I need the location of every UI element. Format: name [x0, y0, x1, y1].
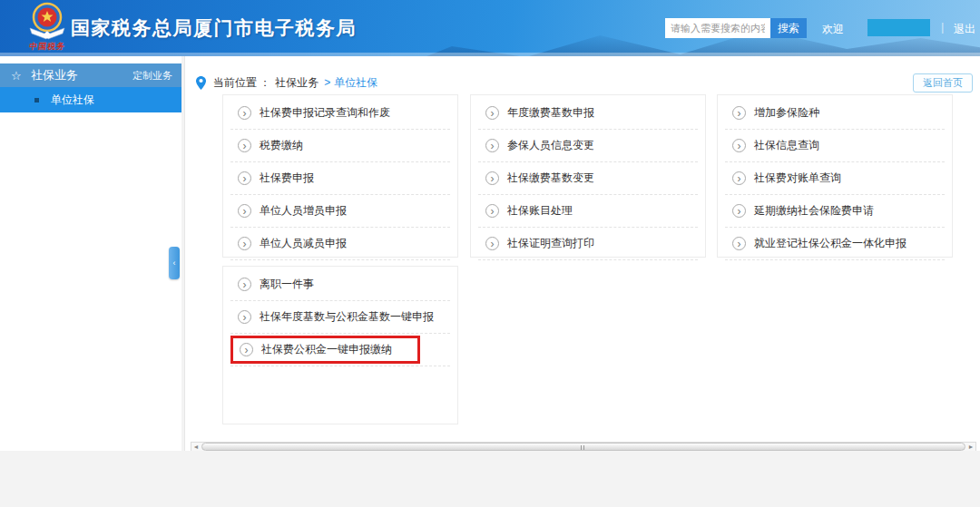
menu-item-label: 社保费公积金一键申报缴纳: [261, 342, 392, 357]
chevron-circle-icon: ›: [238, 171, 251, 185]
menu-panel-1: ›社保费申报记录查询和作废›税费缴纳›社保费申报›单位人员增员申报›单位人员减员…: [222, 94, 458, 258]
scrollbar-thumb[interactable]: [201, 443, 965, 451]
menu-item[interactable]: ›增加参保险种: [725, 97, 945, 130]
menu-item[interactable]: ›就业登记社保公积金一体化申报: [725, 228, 945, 260]
menu-item[interactable]: ›参保人员信息变更: [478, 130, 698, 162]
sidebar-item-unit-social-insurance[interactable]: 单位社保: [0, 87, 181, 112]
menu-item[interactable]: ›社保费申报记录查询和作废: [230, 97, 450, 130]
breadcrumb-prefix: 当前位置 ：: [213, 75, 270, 91]
menu-item[interactable]: ›延期缴纳社会保险费申请: [725, 195, 945, 228]
logo-caption: 中国税务: [23, 41, 72, 53]
scroll-right-arrow-icon[interactable]: ►: [966, 443, 975, 451]
menu-item[interactable]: ›离职一件事: [230, 268, 450, 301]
menu-item[interactable]: ›社保账目处理: [478, 195, 698, 228]
menu-item[interactable]: ›社保费申报: [230, 162, 450, 195]
username-redacted-box: [867, 19, 930, 36]
menu-item-label: 社保费申报: [260, 171, 314, 186]
menu-item-inner: ›单位人员增员申报: [230, 199, 354, 223]
menu-item-inner: ›离职一件事: [230, 272, 321, 297]
menu-item[interactable]: ›社保费对账单查询: [725, 162, 945, 195]
scroll-left-arrow-icon[interactable]: ◄: [191, 443, 201, 451]
collapse-chevron-icon: ‹: [173, 258, 176, 268]
menu-item-label: 社保信息查询: [754, 138, 819, 153]
chevron-circle-icon: ›: [732, 139, 746, 152]
menu-item-label: 社保证明查询打印: [507, 236, 594, 251]
header-divider: |: [941, 20, 944, 34]
breadcrumb: 当前位置 ： 社保业务 > 单位社保: [196, 74, 377, 91]
sidebar: ☆ 社保业务 定制业务 单位社保: [0, 56, 181, 451]
chevron-circle-icon: ›: [238, 139, 251, 152]
sidebar-group-label: 社保业务: [31, 67, 78, 83]
menu-item-label: 参保人员信息变更: [507, 138, 594, 153]
scrollbar-grip-icon: [581, 445, 586, 450]
chevron-circle-icon: ›: [238, 278, 251, 291]
page-bottom-strip: [0, 451, 980, 507]
menu-item[interactable]: ›社保年度基数与公积金基数一键申报: [230, 301, 450, 334]
menu-item-inner: ›增加参保险种: [725, 101, 827, 125]
menu-item-inner: ›社保缴费基数变更: [478, 166, 602, 190]
menu-item-inner: ›社保费申报记录查询和作废: [230, 101, 397, 125]
menu-item-inner: ›参保人员信息变更: [478, 133, 602, 158]
menu-item-inner: ›社保信息查询: [725, 133, 827, 158]
breadcrumb-separator: >: [324, 76, 330, 89]
star-icon: ☆: [11, 70, 24, 82]
menu-item-label: 单位人员增员申报: [260, 203, 347, 219]
chevron-circle-icon: ›: [238, 204, 251, 218]
customize-business-link[interactable]: 定制业务: [132, 69, 172, 83]
search-input[interactable]: [665, 18, 770, 38]
sidebar-collapse-handle[interactable]: ‹: [169, 247, 180, 279]
breadcrumb-current[interactable]: 单位社保: [334, 75, 377, 91]
menu-item[interactable]: ›单位人员减员申报: [230, 228, 450, 260]
app-header: 中国税务 国家税务总局厦门市电子税务局 搜索 欢迎 | 退出: [0, 0, 980, 56]
chevron-circle-icon: ›: [732, 106, 746, 120]
menu-item[interactable]: ›单位人员增员申报: [230, 195, 450, 228]
menu-item-label: 税费缴纳: [260, 138, 303, 153]
chevron-circle-icon: ›: [732, 237, 746, 250]
menu-panel-4: ›离职一件事›社保年度基数与公积金基数一键申报›社保费公积金一键申报缴纳: [222, 266, 458, 424]
menu-item[interactable]: ›社保信息查询: [725, 130, 945, 162]
chevron-circle-icon: ›: [238, 237, 251, 250]
chevron-circle-icon: ›: [485, 171, 499, 185]
menu-item[interactable]: ›社保缴费基数变更: [478, 162, 698, 195]
menu-item-label: 年度缴费基数申报: [507, 105, 594, 121]
chevron-circle-icon: ›: [732, 204, 746, 218]
page: 中国税务 国家税务总局厦门市电子税务局 搜索 欢迎 | 退出 ☆ 社保业务 定制…: [0, 0, 980, 507]
back-home-button[interactable]: 返回首页: [913, 73, 973, 93]
chevron-circle-icon: ›: [238, 310, 251, 324]
menu-item-inner: ›税费缴纳: [230, 133, 310, 158]
search-button[interactable]: 搜索: [770, 18, 807, 38]
menu-panel-3: ›增加参保险种›社保信息查询›社保费对账单查询›延期缴纳社会保险费申请›就业登记…: [717, 94, 953, 258]
menu-item-label: 社保账目处理: [507, 203, 573, 219]
menu-item-inner: ›社保账目处理: [478, 199, 580, 223]
menu-item[interactable]: ›税费缴纳: [230, 130, 450, 162]
chevron-circle-icon: ›: [485, 106, 499, 120]
chevron-circle-icon: ›: [238, 106, 251, 120]
menu-item-label: 增加参保险种: [754, 105, 819, 121]
menu-item[interactable]: ›社保证明查询打印: [478, 228, 698, 260]
menu-item-inner: ›社保证明查询打印: [478, 231, 602, 256]
chevron-circle-icon: ›: [240, 343, 253, 356]
location-pin-icon: [196, 76, 206, 90]
menu-item-label: 社保费对账单查询: [754, 171, 841, 186]
chevron-circle-icon: ›: [485, 237, 499, 250]
menu-item[interactable]: ›年度缴费基数申报: [478, 97, 698, 130]
menu-item-inner: ›就业登记社保公积金一体化申报: [725, 231, 914, 256]
welcome-label: 欢迎: [822, 22, 844, 37]
main-content: 当前位置 ： 社保业务 > 单位社保 返回首页 ›社保费申报记录查询和作废›税费…: [185, 56, 980, 451]
sidebar-group-social-insurance[interactable]: ☆ 社保业务 定制业务: [0, 63, 181, 87]
menu-item-label: 就业登记社保公积金一体化申报: [754, 236, 906, 251]
chevron-circle-icon: ›: [485, 204, 499, 218]
menu-item[interactable]: ›社保费公积金一键申报缴纳: [230, 334, 450, 366]
site-title: 国家税务总局厦门市电子税务局: [71, 15, 357, 41]
sidebar-item-label: 单位社保: [51, 93, 94, 108]
tax-bureau-logo: 中国税务: [24, 1, 71, 55]
menu-item-inner: ›社保费申报: [230, 166, 321, 190]
bullet-icon: [34, 98, 39, 102]
menu-item-inner: ›年度缴费基数申报: [478, 101, 602, 125]
logout-button[interactable]: 退出: [954, 22, 975, 37]
highlighted-menu-item-box: ›社保费公积金一键申报缴纳: [230, 336, 420, 364]
tax-emblem-icon: [26, 1, 68, 41]
menu-item-inner: ›社保费对账单查询: [725, 166, 848, 190]
menu-item-label: 社保缴费基数变更: [507, 171, 594, 186]
menu-item-inner: ›延期缴纳社会保险费申请: [725, 199, 881, 223]
